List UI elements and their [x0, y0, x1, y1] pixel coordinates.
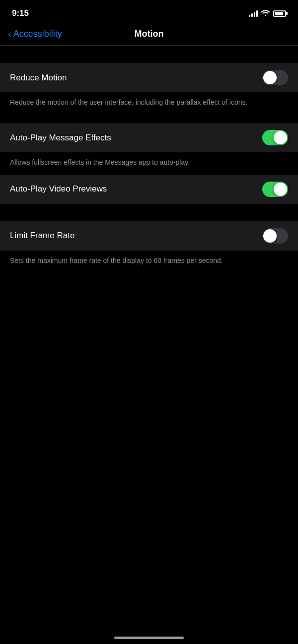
settings-group-video-previews: Auto-Play Video Previews: [0, 175, 298, 204]
auto-play-message-effects-label: Auto-Play Message Effects: [10, 133, 111, 143]
section-spacer-3: [0, 204, 298, 221]
section-spacer-2: [0, 114, 298, 123]
nav-header: ‹ Accessibility Motion: [0, 25, 298, 46]
back-button[interactable]: ‹ Accessibility: [8, 29, 62, 39]
back-chevron-icon: ‹: [8, 29, 11, 39]
status-icons: [249, 9, 286, 17]
auto-play-message-effects-toggle[interactable]: [262, 130, 288, 145]
back-label: Accessibility: [13, 29, 62, 39]
reduce-motion-label: Reduce Motion: [10, 73, 67, 83]
reduce-motion-row: Reduce Motion: [0, 63, 298, 92]
limit-frame-rate-toggle[interactable]: [262, 228, 288, 244]
page-title: Motion: [135, 29, 164, 39]
home-indicator: [114, 637, 184, 639]
reduce-motion-toggle-thumb: [263, 71, 277, 84]
reduce-motion-toggle[interactable]: [262, 70, 288, 85]
battery-icon: [273, 10, 286, 17]
reduce-motion-description: Reduce the motion of the user interface,…: [0, 92, 298, 114]
limit-frame-rate-row: Limit Frame Rate: [0, 221, 298, 251]
status-time: 9:15: [12, 8, 29, 18]
auto-play-video-previews-label: Auto-Play Video Previews: [10, 184, 107, 194]
signal-icon: [249, 10, 258, 17]
limit-frame-rate-toggle-thumb: [263, 229, 277, 243]
limit-frame-rate-description: Sets the maximum frame rate of the displ…: [0, 251, 298, 272]
auto-play-video-previews-row: Auto-Play Video Previews: [0, 175, 298, 204]
status-bar: 9:15: [0, 0, 298, 25]
settings-group-message-effects: Auto-Play Message Effects: [0, 123, 298, 152]
section-spacer-1: [0, 46, 298, 63]
settings-group-reduce-motion: Reduce Motion: [0, 63, 298, 92]
auto-play-video-previews-toggle-thumb: [274, 183, 287, 196]
limit-frame-rate-label: Limit Frame Rate: [10, 231, 74, 241]
wifi-icon: [261, 9, 270, 17]
settings-group-frame-rate: Limit Frame Rate: [0, 221, 298, 251]
auto-play-video-previews-toggle[interactable]: [262, 182, 288, 197]
auto-play-message-effects-row: Auto-Play Message Effects: [0, 123, 298, 152]
auto-play-message-effects-description: Allows fullscreen effects in the Message…: [0, 152, 298, 174]
